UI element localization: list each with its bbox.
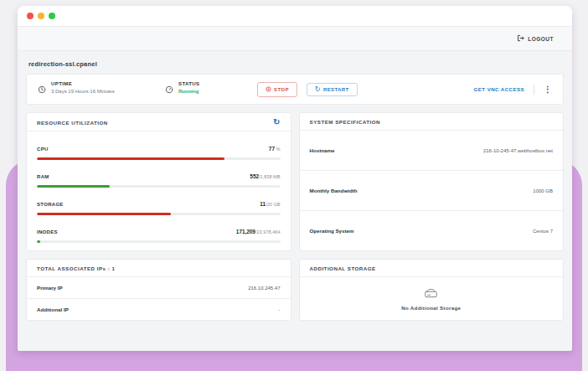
spec-value: 216-10-245-47.webhostbox.net: [483, 148, 553, 153]
restart-icon: ↻: [315, 87, 321, 92]
ip-label: Additional IP: [37, 307, 69, 312]
progress-fill: [37, 240, 40, 243]
spec-rows: Hostname 216-10-245-47.webhostbox.net Mo…: [300, 131, 564, 250]
additional-storage-body: No Additional Storage: [300, 277, 564, 320]
additional-storage-header: ADDITIONAL STORAGE: [300, 260, 564, 277]
get-vnc-access-link[interactable]: GET VNC ACCESS: [474, 86, 524, 92]
uptime-block: UPTIME 3 Days 19 Hours 16 Minutes: [38, 81, 165, 97]
additional-storage-empty-text: No Additional Storage: [401, 305, 461, 311]
kebab-menu-icon[interactable]: ⋮: [544, 85, 552, 94]
meter-label: RAM: [37, 174, 49, 179]
meter-label: INODES: [37, 229, 58, 234]
system-specification-title: SYSTEM SPECIFICATION: [310, 119, 381, 125]
app-header: LOGOUT: [18, 27, 572, 51]
meter-total: /23,978,464: [255, 229, 281, 234]
resource-utilization-header: RESOURCE UTILIZATION ↻: [27, 113, 291, 131]
stop-label: STOP: [274, 87, 289, 92]
storage-drive-icon: [424, 286, 438, 301]
browser-window: LOGOUT redirection-ssl.cpanel UPTIME 3 D…: [18, 6, 572, 351]
associated-ips-title: TOTAL ASSOCIATED IPs : 1: [37, 265, 115, 271]
window-maximize-button[interactable]: [49, 13, 55, 19]
ip-rows: Primary IP 216.10.245.47 Additional IP -: [27, 277, 291, 320]
stop-icon: [266, 86, 271, 93]
spec-value: Centos 7: [533, 229, 553, 234]
meter-total: /20 GB: [266, 202, 280, 207]
spec-row-os: Operating System Centos 7: [300, 211, 564, 250]
spec-label: Monthly Bandwidth: [310, 188, 358, 193]
resource-utilization-card: RESOURCE UTILIZATION ↻ CPU 77 % RAM: [26, 112, 291, 251]
logout-label: LOGOUT: [528, 36, 554, 42]
meter-label: CPU: [37, 147, 49, 152]
meter-ram: RAM 552/1,838 MB: [37, 160, 281, 188]
ip-value: -: [279, 307, 281, 312]
associated-ips-card: TOTAL ASSOCIATED IPs : 1 Primary IP 216.…: [26, 259, 291, 321]
meter-used: 552: [250, 173, 259, 179]
meter-storage: STORAGE 11/20 GB: [37, 188, 281, 215]
logout-icon: [517, 34, 524, 43]
resource-utilization-title: RESOURCE UTILIZATION: [37, 120, 108, 126]
status-label: STATUS: [178, 81, 200, 86]
ip-value: 216.10.245.47: [248, 286, 280, 291]
spec-value: 1000 GB: [533, 188, 553, 193]
meter-total: %: [275, 147, 281, 152]
window-titlebar: [18, 6, 572, 27]
restart-label: RESTART: [323, 87, 349, 92]
window-minimize-button[interactable]: [38, 13, 44, 19]
meter-label: STORAGE: [37, 202, 64, 207]
uptime-value: 3 Days 19 Hours 16 Minutes: [51, 89, 115, 94]
logout-button[interactable]: LOGOUT: [517, 34, 554, 43]
page-title: redirection-ssl.cpanel: [28, 60, 564, 68]
uptime-label: UPTIME: [51, 81, 115, 86]
ip-label: Primary IP: [37, 285, 63, 291]
restart-button[interactable]: ↻ RESTART: [307, 83, 358, 96]
system-specification-header: SYSTEM SPECIFICATION: [300, 113, 564, 131]
spec-label: Operating System: [310, 228, 354, 234]
additional-storage-title: ADDITIONAL STORAGE: [310, 265, 376, 271]
spec-row-bandwidth: Monthly Bandwidth 1000 GB: [300, 171, 564, 211]
spec-label: Hostname: [310, 147, 335, 153]
server-status-card: UPTIME 3 Days 19 Hours 16 Minutes STATUS…: [26, 74, 564, 105]
spec-row-hostname: Hostname 216-10-245-47.webhostbox.net: [300, 131, 564, 171]
meter-inodes: INODES 171,209/23,978,464: [37, 215, 281, 243]
meter-total: /1,838 MB: [259, 174, 281, 179]
meter-used: 171,209: [236, 229, 255, 234]
stop-button[interactable]: STOP: [257, 82, 297, 97]
ip-row-additional: Additional IP -: [27, 299, 291, 320]
top-grid: RESOURCE UTILIZATION ↻ CPU 77 % RAM: [26, 112, 564, 251]
refresh-icon[interactable]: ↻: [273, 119, 280, 126]
meter-cpu: CPU 77 %: [37, 132, 281, 160]
meter-used: 77: [269, 146, 275, 152]
ip-row-primary: Primary IP 216.10.245.47: [27, 277, 291, 299]
meters-list: CPU 77 % RAM 552/1,838 MB: [27, 131, 291, 250]
window-close-button[interactable]: [27, 13, 34, 19]
status-block: STATUS Running: [165, 81, 257, 97]
uptime-clock-icon: [38, 82, 46, 97]
associated-ips-header: TOTAL ASSOCIATED IPs : 1: [27, 260, 291, 277]
additional-storage-card: ADDITIONAL STORAGE No Additional Storage: [299, 259, 565, 321]
system-specification-card: SYSTEM SPECIFICATION Hostname 216-10-245…: [299, 112, 565, 251]
progress-track: [37, 240, 281, 243]
bottom-grid: TOTAL ASSOCIATED IPs : 1 Primary IP 216.…: [26, 259, 564, 321]
main-content: redirection-ssl.cpanel UPTIME 3 Days 19 …: [18, 51, 572, 351]
status-value: Running: [178, 89, 200, 94]
vertical-divider: [534, 85, 534, 95]
status-gauge-icon: [165, 82, 173, 97]
